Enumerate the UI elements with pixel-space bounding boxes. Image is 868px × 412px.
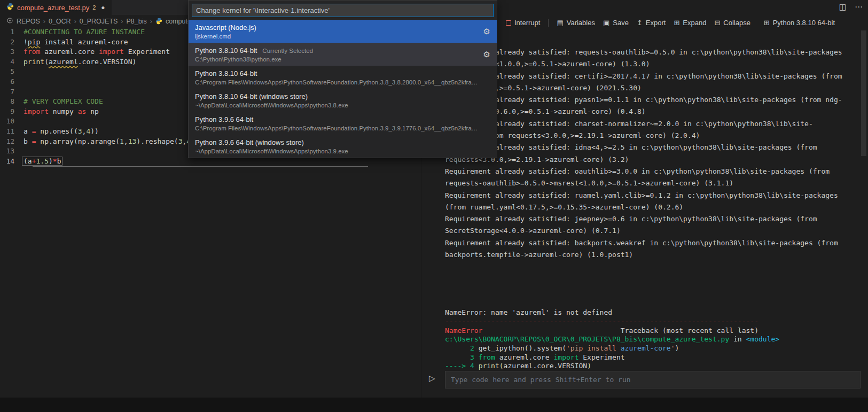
window-footer (0, 398, 868, 412)
breadcrumb-item[interactable]: 0_OCR (49, 18, 71, 25)
output-line: Requirement already satisfied: oauthlib>… (445, 166, 861, 177)
expand-label: Expand (683, 19, 706, 27)
python-icon (155, 18, 162, 25)
token: * (53, 157, 57, 165)
token: 2 (445, 344, 479, 352)
line-content: print(azureml.core.VERSION) (24, 57, 136, 67)
token: import (24, 107, 49, 115)
code-input[interactable] (451, 376, 855, 384)
kernel-option-main: Python 3.9.6 64-bitC:\Program Files\Wind… (195, 115, 490, 131)
output-line: Requirement already satisfied: pyasn1>=0… (445, 94, 861, 106)
line-number: 3 (0, 47, 24, 57)
gear-icon[interactable]: ⚙ (483, 50, 490, 59)
problems-badge: 2 (92, 4, 96, 11)
token: # VERY COMPLEX CODE (24, 97, 103, 105)
output-line: Requirement already satisfied: ruamel.ya… (445, 190, 861, 201)
line-content: # VERY COMPLEX CODE (24, 97, 103, 107)
token: ).reshape( (136, 137, 178, 145)
line-content: !pip install azureml-core (24, 37, 128, 48)
kernel-option[interactable]: Python 3.9.6 64-bit (windows store)~\App… (189, 135, 497, 158)
variables-label: Variables (567, 19, 595, 27)
line-number: 6 (0, 77, 24, 87)
kernel-picker-list: Javascript (Node.js)ijskernel.cmd⚙Python… (189, 20, 497, 158)
kernel-option-label: Python 3.8.10 64-bit (195, 69, 257, 77)
breadcrumb-item[interactable]: P8_bis (127, 18, 147, 25)
line-number: 13 (0, 146, 24, 157)
save-icon: ▣ (603, 19, 609, 26)
export-button[interactable]: ↥ Export (637, 19, 666, 27)
token: NameError: name 'azureml' is not defined (445, 308, 612, 316)
output-line: httpsclient<0.6.0,>=0.5.1->azureml-core)… (445, 106, 861, 118)
split-editor-icon[interactable]: ◫ (839, 2, 847, 12)
kernel-status[interactable]: ⊞ Python 3.8.10 64-bit (764, 15, 835, 30)
output-line: Requirement already satisfied: requests-… (445, 46, 861, 58)
token: 'pip install (566, 344, 621, 352)
kernel-option-description: C:\Program Files\WindowsApps\PythonSoftw… (195, 125, 490, 131)
vscode-window: compute_azure_test.py 2 ● REPOS›0_OCR›0_… (0, 0, 868, 412)
line-number: 4 (0, 57, 24, 67)
modified-dot-icon[interactable]: ● (101, 4, 105, 11)
more-actions-icon[interactable]: ⋯ (855, 2, 863, 12)
kernel-option[interactable]: Javascript (Node.js)ijskernel.cmd⚙ (189, 20, 497, 43)
variables-button[interactable]: ▤ Variables (557, 19, 595, 27)
kernel-option-label-row: Javascript (Node.js) (195, 24, 478, 32)
output-line: SecretStorage<4.0.0->azureml-core) (0.7.… (445, 225, 861, 237)
editor-actions: ◫ ⋯ (839, 2, 863, 12)
tab-compute-azure-test[interactable]: compute_azure_test.py 2 ● (0, 0, 112, 15)
collapse-button[interactable]: ⊟ Collapse (714, 19, 750, 27)
token: .core.VERSION) (78, 58, 137, 66)
interactive-cell-box: (a+1.5)*b (22, 157, 62, 166)
token: np.ones(( (36, 127, 77, 135)
token: , (124, 137, 128, 145)
variables-icon: ▤ (557, 19, 563, 26)
breadcrumb-symbol-icon (6, 17, 13, 26)
kernel-option[interactable]: Python 3.9.6 64-bitC:\Program Files\Wind… (189, 112, 497, 135)
interactive-input-row (445, 371, 861, 388)
kernel-picker-input[interactable] (192, 4, 494, 17)
output-line: (from msrest<1.0.0,>=0.5.1->azureml-core… (445, 58, 861, 70)
interrupt-button[interactable]: Interrupt (506, 19, 540, 27)
save-button[interactable]: ▣ Save (603, 19, 629, 27)
line-content: import numpy as np (24, 107, 99, 117)
token: import (99, 48, 124, 56)
token: azureml.core.VERSION (504, 362, 588, 370)
kernel-option-description: ijskernel.cmd (195, 33, 478, 40)
kernel-option[interactable]: Python 3.8.10 64-bit (windows store)~\Ap… (189, 89, 497, 112)
breadcrumb-separator: › (43, 18, 45, 25)
kernel-picker-input-row (189, 1, 497, 20)
line-number: 1 (0, 27, 24, 37)
gear-icon[interactable]: ⚙ (483, 27, 490, 36)
token: c:\Users\BONACORP\REPOS\0_OCR\0_PROJETS\… (445, 335, 729, 343)
kernel-option-label-row: Python 3.8.10 64-bitCurrently Selected (195, 46, 478, 55)
token: ( (44, 58, 49, 66)
run-cell-icon[interactable]: ▷ (429, 374, 435, 383)
collapse-icon: ⊟ (714, 19, 720, 26)
token: numpy (49, 107, 78, 115)
token: 3 from (445, 353, 495, 361)
breadcrumb-separator: › (74, 18, 76, 25)
interrupt-icon (506, 20, 511, 26)
line-content: (a+1.5)*b (24, 157, 62, 167)
kernel-option-description: ~\AppData\Local\Microsoft\WindowsApps\py… (195, 148, 490, 154)
save-label: Save (613, 19, 629, 27)
output-scrollbar[interactable] (861, 30, 866, 156)
kernel-option-label: Python 3.9.6 64-bit (195, 115, 253, 123)
breadcrumb-item[interactable]: 0_PROJETS (80, 18, 118, 25)
kernel-option[interactable]: Python 3.8.10 64-bitCurrently SelectedC:… (189, 43, 497, 66)
output-line: Requirement already satisfied: idna<4,>=… (445, 142, 861, 153)
kernel-option[interactable]: Python 3.8.10 64-bitC:\Program Files\Win… (189, 66, 497, 89)
kernel-option-label-row: Python 3.9.6 64-bit (windows store) (195, 138, 490, 146)
kernel-option-label-row: Python 3.8.10 64-bit (windows store) (195, 92, 490, 100)
output-line: Requirement already satisfied: charset-n… (445, 118, 861, 130)
output-area: Requirement already satisfied: requests-… (445, 30, 861, 412)
token: Traceback (most recent call last) (482, 327, 758, 335)
toolbar-separator (548, 19, 549, 27)
breadcrumb-item[interactable]: REPOS (17, 18, 40, 25)
kernel-option-main: Python 3.8.10 64-bitCurrently SelectedC:… (195, 46, 478, 63)
traceback-line: NameError: name 'azureml' is not defined (445, 308, 861, 317)
expand-button[interactable]: ⊞ Expand (674, 19, 706, 27)
token: ) (49, 157, 53, 165)
token: b (24, 137, 32, 145)
export-label: Export (646, 19, 666, 27)
line-number: 7 (0, 87, 24, 97)
